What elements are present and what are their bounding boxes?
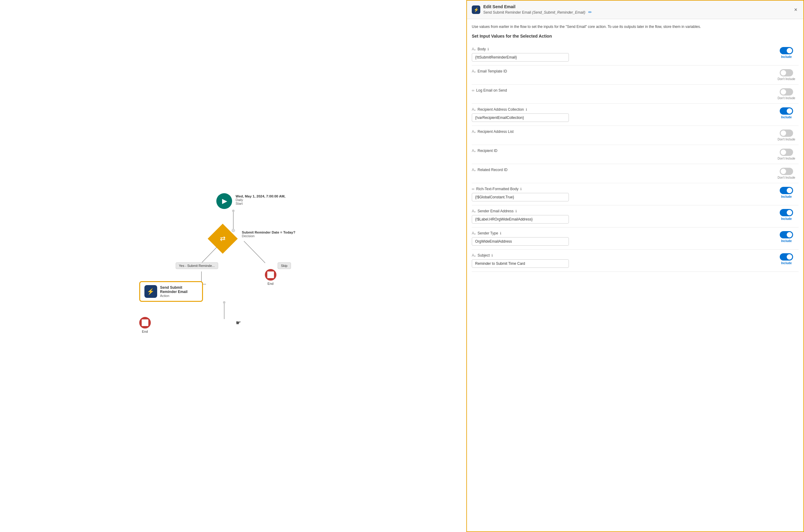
panel-bolt-icon: ⚡ (473, 7, 479, 12)
field-type-icon-rich_text_formatted_body: ∞ (472, 187, 474, 191)
field-right-recipient_address_collection: Include (774, 107, 799, 119)
start-date-label: Wed, May 1, 2024, 7:00:00 AM, (236, 194, 285, 198)
toggle-email_template_id[interactable] (780, 69, 793, 76)
info-icon-rich_text_formatted_body[interactable]: ℹ (520, 187, 522, 191)
info-icon-sender_email_address[interactable]: ℹ (516, 209, 517, 213)
toggle-slider-body (780, 47, 793, 54)
field-label-row-subject: Aₐ Subject ℹ (472, 253, 771, 258)
end-label-right: End (267, 282, 274, 285)
panel-subtitle-prefix: Send Submit Reminder Email (483, 10, 531, 15)
field-label-recipient_address_collection: Recipient Address Collection (478, 107, 524, 112)
field-input-body[interactable] (472, 53, 569, 61)
toggle-sender_email_address[interactable] (780, 209, 793, 216)
field-type-icon-email_template_id: Aₐ (472, 69, 476, 73)
end-label-bottom: End (142, 330, 148, 333)
toggle-slider-sender_email_address (780, 209, 793, 216)
panel-title: Edit Send Email (483, 4, 594, 9)
action-name: Send Submit Reminder Email (160, 285, 198, 294)
field-right-sender_type: Include (774, 231, 799, 243)
decision-diamond[interactable]: ⇄ (207, 224, 238, 254)
close-button[interactable]: × (793, 5, 799, 14)
toggle-container-rich_text_formatted_body: Include (780, 187, 793, 198)
toggle-label-body: Include (781, 55, 791, 59)
end-node-right[interactable]: End (265, 269, 276, 285)
toggle-slider-recipient_address_collection (780, 107, 793, 115)
panel-icon-box: ⚡ (472, 5, 480, 14)
field-input-subject[interactable] (472, 259, 569, 268)
toggle-slider-sender_type (780, 231, 793, 239)
toggle-related_record_id[interactable] (780, 168, 793, 175)
toggle-log_email_on_send[interactable] (780, 88, 793, 96)
panel-description: Use values from earlier in the flow to s… (472, 24, 799, 30)
field-input-recipient_address_collection[interactable] (472, 113, 569, 122)
toggle-slider-rich_text_formatted_body (780, 187, 793, 194)
toggle-body[interactable] (780, 47, 793, 54)
toggle-container-sender_email_address: Include (780, 209, 793, 221)
info-icon-body[interactable]: ℹ (488, 47, 489, 51)
field-label-recipient_id: Recipient ID (478, 149, 497, 153)
svg-point-7 (223, 301, 225, 304)
field-label-row-recipient_id: Aₐ Recipient ID (472, 149, 771, 153)
toggle-subject[interactable] (780, 253, 793, 261)
field-label-row-related_record_id: Aₐ Related Record ID (472, 168, 771, 172)
end-circle-right[interactable] (265, 269, 276, 281)
field-type-icon-log_email_on_send: ∞ (472, 88, 474, 93)
field-label-rich_text_formatted_body: Rich-Text-Formatted Body (476, 187, 519, 191)
field-row-subject: Aₐ Subject ℹ Include (472, 250, 799, 272)
action-type: Action (160, 294, 198, 298)
panel-body: Use values from earlier in the flow to s… (467, 19, 803, 531)
field-label-row-rich_text_formatted_body: ∞ Rich-Text-Formatted Body ℹ (472, 187, 771, 191)
field-input-sender_type[interactable] (472, 237, 569, 246)
toggle-slider-related_record_id (780, 168, 793, 175)
action-text: Send Submit Reminder Email Action (160, 285, 198, 298)
field-type-icon-subject: Aₐ (472, 253, 476, 258)
toggle-recipient_address_collection[interactable] (780, 107, 793, 115)
field-row-rich_text_formatted_body: ∞ Rich-Text-Formatted Body ℹ Include (472, 183, 799, 205)
section-title: Set Input Values for the Selected Action (472, 34, 799, 39)
field-row-recipient_id: Aₐ Recipient ID Don't Include (472, 145, 799, 164)
info-icon-subject[interactable]: ℹ (491, 253, 493, 258)
field-type-icon-recipient_address_collection: Aₐ (472, 107, 476, 112)
toggle-recipient_id[interactable] (780, 149, 793, 156)
toggle-label-log_email_on_send: Don't Include (778, 96, 795, 100)
field-input-sender_email_address[interactable] (472, 215, 569, 224)
toggle-slider-log_email_on_send (780, 88, 793, 96)
start-circle[interactable]: ▶ (216, 193, 232, 209)
toggle-slider-recipient_address_list (780, 130, 793, 137)
start-node[interactable]: ▶ Wed, May 1, 2024, 7:00:00 AM, Daily St… (216, 193, 232, 209)
toggle-sender_type[interactable] (780, 231, 793, 239)
toggle-container-email_template_id: Don't Include (778, 69, 795, 81)
toggle-label-rich_text_formatted_body: Include (781, 195, 791, 198)
end-node-bottom[interactable]: End (139, 317, 151, 333)
toggle-container-recipient_address_list: Don't Include (778, 130, 795, 141)
toggle-container-related_record_id: Don't Include (778, 168, 795, 179)
field-left-sender_type: Aₐ Sender Type ℹ (472, 231, 771, 246)
start-frequency-label: Daily (236, 198, 285, 202)
field-label-row-sender_type: Aₐ Sender Type ℹ (472, 231, 771, 235)
edit-panel: ⚡ Edit Send Email Send Submit Reminder E… (466, 0, 804, 532)
end-square-right (267, 271, 274, 278)
toggle-label-recipient_address_list: Don't Include (778, 138, 795, 141)
field-row-sender_email_address: Aₐ Sender Email Address ℹ Include (472, 205, 799, 227)
field-label-sender_email_address: Sender Email Address (478, 209, 513, 213)
decision-node[interactable]: ⇄ Submit Reminder Date = Today? Decision (212, 228, 233, 249)
info-icon-recipient_address_collection[interactable]: ℹ (526, 108, 527, 112)
toggle-rich_text_formatted_body[interactable] (780, 187, 793, 194)
field-label-row-recipient_address_list: Aₐ Recipient Address List (472, 130, 771, 134)
field-input-rich_text_formatted_body[interactable] (472, 193, 569, 202)
svg-point-1 (232, 210, 235, 212)
toggle-recipient_address_list[interactable] (780, 130, 793, 137)
end-circle-bottom[interactable] (139, 317, 151, 328)
edit-pencil-button[interactable]: ✏ (586, 9, 594, 15)
field-type-icon-sender_type: Aₐ (472, 231, 476, 235)
field-type-icon-sender_email_address: Aₐ (472, 209, 476, 213)
action-node[interactable]: ⚡ Send Submit Reminder Email Action (139, 281, 203, 302)
field-left-recipient_id: Aₐ Recipient ID (472, 149, 771, 155)
info-icon-sender_type[interactable]: ℹ (500, 231, 501, 235)
play-icon: ▶ (222, 197, 227, 205)
field-row-log_email_on_send: ∞ Log Email on Send Don't Include (472, 84, 799, 104)
field-label-related_record_id: Related Record ID (478, 168, 508, 172)
flow-canvas: ▶ Wed, May 1, 2024, 7:00:00 AM, Daily St… (0, 0, 466, 532)
field-left-recipient_address_list: Aₐ Recipient Address List (472, 130, 771, 136)
field-left-email_template_id: Aₐ Email Template ID (472, 69, 771, 75)
